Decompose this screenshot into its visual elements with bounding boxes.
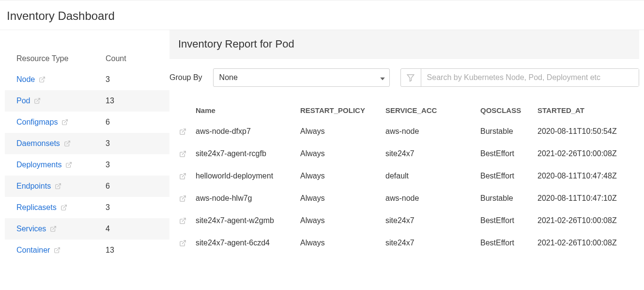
page-title: Inventory Dashboard — [0, 0, 644, 30]
external-link-icon — [61, 119, 68, 126]
cell-name: aws-node-dfxp7 — [196, 127, 300, 136]
col-qos-header[interactable]: QOSCLASS — [480, 106, 537, 114]
sidebar-item-label: Configmaps — [16, 118, 58, 127]
svg-line-5 — [58, 184, 61, 187]
cell-restart-policy: Always — [300, 194, 385, 203]
sidebar-header-type: Resource Type — [16, 54, 106, 63]
sidebar-item-pod[interactable]: Pod13 — [5, 90, 169, 112]
group-by-label: Group By — [169, 73, 202, 82]
sidebar-item-deployments[interactable]: Deployments3 — [5, 154, 169, 176]
sidebar-item-services[interactable]: Services4 — [5, 218, 169, 240]
table-row[interactable]: site24x7-agent-rcgfbAlwayssite24x7BestEf… — [169, 143, 639, 165]
sidebar-item-label: Replicasets — [16, 203, 57, 212]
cell-qosclass: Burstable — [480, 127, 537, 136]
cell-qosclass: BestEffort — [480, 172, 537, 180]
svg-line-8 — [57, 248, 60, 251]
cell-started-at: 2021-02-26T10:00:08Z — [537, 216, 639, 225]
cell-service-acc: site24x7 — [385, 216, 480, 225]
sidebar-item-container[interactable]: Container13 — [5, 240, 169, 261]
table-row[interactable]: site24x7-agent-w2gmbAlwayssite24x7BestEf… — [169, 209, 639, 232]
svg-line-2 — [64, 120, 67, 123]
sidebar-item-count: 13 — [106, 97, 164, 105]
group-by-value: None — [219, 73, 238, 82]
report-title: Inventory Report for Pod — [169, 30, 639, 59]
table: Name RESTART_POLICY SERVICE_ACC QOSCLASS… — [169, 100, 639, 254]
sidebar-item-label: Daemonsets — [16, 139, 60, 148]
cell-restart-policy: Always — [300, 149, 385, 158]
sidebar-item-node[interactable]: Node3 — [5, 69, 169, 90]
cell-service-acc: aws-node — [385, 127, 480, 136]
col-service-header[interactable]: SERVICE_ACC — [385, 106, 480, 114]
cell-started-at: 2020-08-11T10:50:54Z — [537, 127, 639, 136]
main: Inventory Report for Pod Group By None — [169, 30, 639, 261]
cell-restart-policy: Always — [300, 172, 385, 180]
external-link-icon[interactable] — [169, 217, 196, 225]
cell-service-acc: site24x7 — [385, 149, 480, 158]
external-link-icon — [55, 183, 61, 190]
table-row[interactable]: aws-node-dfxp7Alwaysaws-nodeBurstable202… — [169, 120, 639, 143]
svg-line-14 — [182, 240, 185, 243]
svg-line-6 — [63, 205, 66, 208]
cell-qosclass: BestEffort — [480, 149, 537, 158]
cell-restart-policy: Always — [300, 239, 385, 247]
sidebar-item-label: Pod — [16, 97, 30, 105]
external-link-icon[interactable] — [169, 173, 196, 180]
search-input[interactable] — [421, 69, 639, 86]
table-row[interactable]: site24x7-agent-6czd4Alwayssite24x7BestEf… — [169, 232, 639, 254]
cell-restart-policy: Always — [300, 216, 385, 225]
sidebar-item-replicasets[interactable]: Replicasets3 — [5, 197, 169, 218]
cell-name: helloworld-deployment — [196, 172, 300, 180]
sidebar-item-endpoints[interactable]: Endpoints6 — [5, 176, 169, 197]
svg-line-3 — [67, 141, 70, 144]
cell-started-at: 2020-08-11T10:47:10Z — [537, 194, 639, 203]
sidebar-item-label: Services — [16, 225, 46, 233]
svg-line-10 — [182, 151, 185, 154]
sidebar: Resource Type Count Node3Pod13Configmaps… — [5, 30, 169, 261]
cell-service-acc: aws-node — [385, 194, 480, 203]
sidebar-item-count: 6 — [106, 182, 164, 191]
sidebar-item-count: 3 — [106, 203, 164, 212]
sidebar-item-count: 13 — [106, 246, 164, 255]
svg-line-1 — [37, 98, 40, 101]
external-link-icon[interactable] — [169, 195, 196, 202]
external-link-icon — [39, 76, 46, 83]
external-link-icon — [64, 140, 71, 147]
table-header: Name RESTART_POLICY SERVICE_ACC QOSCLASS… — [169, 100, 639, 120]
sidebar-item-label: Endpoints — [16, 182, 51, 191]
table-row[interactable]: helloworld-deploymentAlwaysdefaultBestEf… — [169, 165, 639, 187]
col-icon-header — [169, 106, 196, 114]
col-started-header[interactable]: STARTED_AT — [537, 106, 639, 114]
sidebar-header-count: Count — [106, 54, 164, 63]
cell-qosclass: BestEffort — [480, 216, 537, 225]
external-link-icon — [34, 97, 41, 104]
svg-line-9 — [182, 129, 185, 132]
svg-line-12 — [182, 195, 185, 199]
external-link-icon[interactable] — [169, 150, 196, 158]
cell-started-at: 2020-08-11T10:47:48Z — [537, 172, 639, 180]
cell-name: site24x7-agent-w2gmb — [196, 216, 300, 225]
external-link-icon — [50, 226, 57, 232]
sidebar-item-count: 6 — [106, 118, 164, 127]
search-wrap — [400, 68, 639, 87]
sidebar-item-configmaps[interactable]: Configmaps6 — [5, 112, 169, 133]
controls: Group By None — [169, 59, 639, 87]
cell-restart-policy: Always — [300, 127, 385, 136]
svg-line-0 — [42, 77, 45, 80]
cell-qosclass: BestEffort — [480, 239, 537, 247]
external-link-icon[interactable] — [169, 128, 196, 135]
col-name-header[interactable]: Name — [196, 106, 300, 114]
external-link-icon — [65, 161, 72, 168]
external-link-icon — [54, 247, 61, 254]
cell-qosclass: Burstable — [480, 194, 537, 203]
external-link-icon[interactable] — [169, 240, 196, 247]
group-by-select[interactable]: None — [213, 68, 390, 87]
svg-line-11 — [182, 173, 185, 177]
sidebar-item-daemonsets[interactable]: Daemonsets3 — [5, 133, 169, 154]
col-restart-header[interactable]: RESTART_POLICY — [300, 106, 385, 114]
filter-icon[interactable] — [401, 69, 421, 86]
sidebar-header: Resource Type Count — [5, 49, 169, 69]
cell-name: aws-node-hlw7g — [196, 194, 300, 203]
table-row[interactable]: aws-node-hlw7gAlwaysaws-nodeBurstable202… — [169, 187, 639, 209]
svg-line-7 — [53, 226, 56, 229]
sidebar-item-label: Node — [16, 75, 35, 84]
